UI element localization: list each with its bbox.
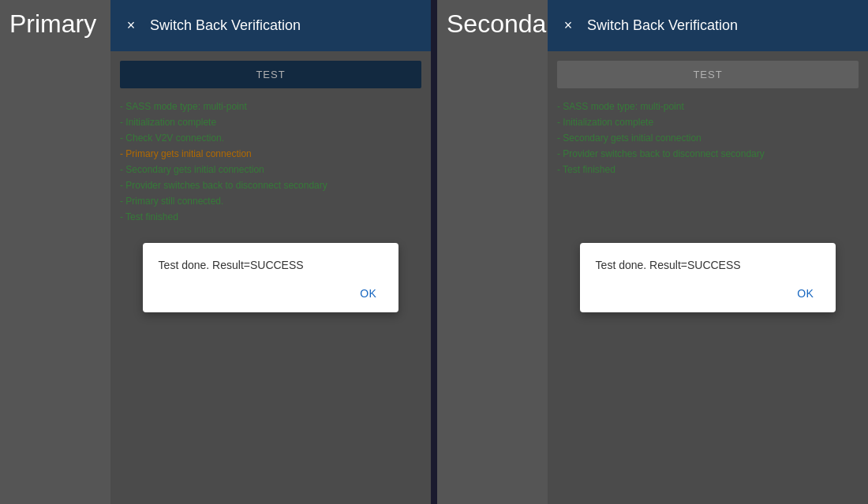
center-spacer	[431, 0, 437, 504]
secondary-dialog-message: Test done. Result=SUCCESS	[596, 259, 821, 271]
primary-label-section: Primary	[0, 0, 110, 504]
secondary-dialog: Test done. Result=SUCCESS OK	[580, 243, 836, 312]
primary-header-title: Switch Back Verification	[150, 17, 301, 34]
primary-dialog-overlay: Test done. Result=SUCCESS OK	[110, 51, 431, 504]
secondary-header-title: Switch Back Verification	[587, 17, 738, 34]
secondary-label-section: Secondary	[437, 0, 548, 504]
secondary-dialog-actions: OK	[596, 284, 821, 303]
secondary-ok-button[interactable]: OK	[791, 284, 820, 303]
primary-label: Primary	[9, 9, 96, 39]
secondary-panel: Secondary × Switch Back Verification TES…	[437, 0, 868, 504]
primary-screen: × Switch Back Verification TEST - SASS m…	[110, 0, 431, 504]
primary-content: TEST - SASS mode type: multi-point- Init…	[110, 51, 431, 504]
secondary-content: TEST - SASS mode type: multi-point- Init…	[548, 51, 868, 504]
secondary-close-button[interactable]: ×	[559, 17, 578, 35]
primary-dialog-actions: OK	[159, 284, 383, 303]
primary-close-button[interactable]: ×	[122, 17, 140, 35]
primary-dialog-message: Test done. Result=SUCCESS	[159, 259, 383, 271]
primary-ok-button[interactable]: OK	[354, 284, 383, 303]
secondary-header: × Switch Back Verification	[548, 0, 868, 51]
secondary-dialog-overlay: Test done. Result=SUCCESS OK	[548, 51, 868, 504]
secondary-screen: × Switch Back Verification TEST - SASS m…	[548, 0, 868, 504]
primary-header: × Switch Back Verification	[110, 0, 431, 51]
primary-panel: Primary × Switch Back Verification TEST …	[0, 0, 431, 504]
primary-dialog: Test done. Result=SUCCESS OK	[143, 243, 399, 312]
